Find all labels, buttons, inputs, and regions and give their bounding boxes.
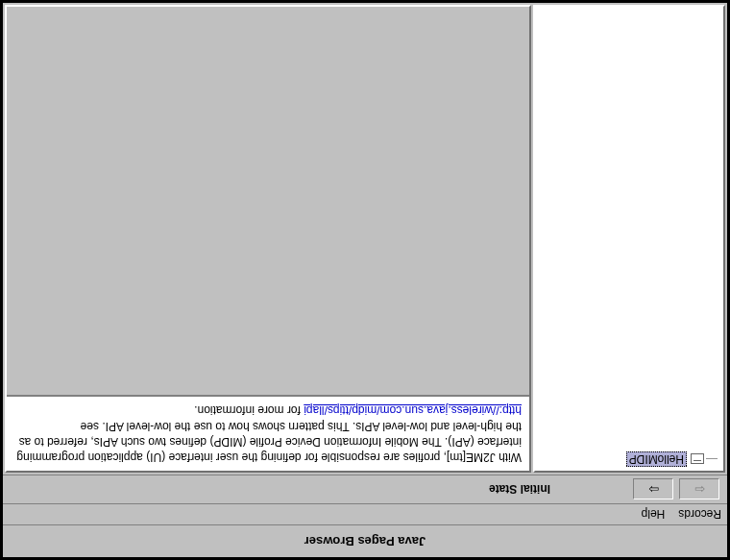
tree-item-label[interactable]: HelloMIDP: [626, 451, 687, 467]
detail-panel: With J2ME[tm], profiles are responsible …: [5, 5, 531, 473]
menu-records[interactable]: Records: [678, 508, 721, 522]
content-area: — HelloMIDP With J2ME[tm], profiles are …: [3, 3, 727, 475]
description-before: With J2ME[tm], profiles are responsible …: [16, 420, 522, 464]
preview-area: [7, 7, 529, 395]
title-bar: Java Pages Browser: [3, 524, 727, 557]
app-window: Java Pages Browser Records Help ⇦ ⇨ Init…: [0, 0, 730, 560]
description-text: With J2ME[tm], profiles are responsible …: [7, 395, 529, 471]
forward-button[interactable]: ⇨: [633, 479, 673, 500]
arrow-left-icon: ⇦: [694, 483, 705, 496]
status-label: Initial State: [489, 483, 550, 497]
menu-help[interactable]: Help: [642, 508, 666, 522]
description-after: for more information.: [194, 403, 304, 417]
tree-connector-icon: —: [708, 452, 718, 466]
tree-panel[interactable]: — HelloMIDP: [533, 5, 725, 473]
back-button[interactable]: ⇦: [679, 479, 719, 500]
arrow-right-icon: ⇨: [648, 483, 659, 496]
document-icon: [691, 454, 704, 465]
toolbar: ⇦ ⇨ Initial State: [3, 475, 727, 503]
menu-bar: Records Help: [3, 503, 727, 524]
window-title: Java Pages Browser: [304, 534, 426, 548]
description-link[interactable]: http://wireless.java.sun.com/midp/ttips/…: [304, 403, 522, 417]
tree-item[interactable]: — HelloMIDP: [541, 451, 718, 467]
